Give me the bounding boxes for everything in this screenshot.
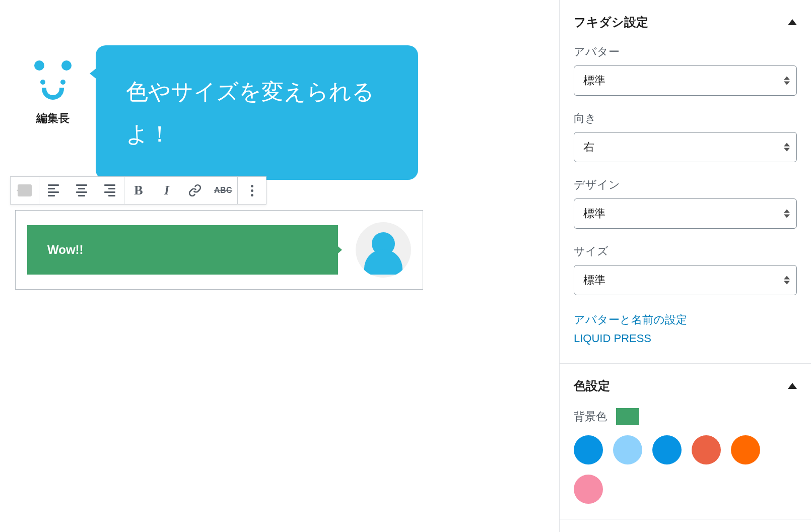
align-right-button[interactable] xyxy=(96,177,124,204)
speech-block-icon xyxy=(18,184,32,196)
liquid-press-link[interactable]: LIQUID PRESS xyxy=(574,329,797,348)
link-button[interactable] xyxy=(181,177,209,204)
italic-icon: I xyxy=(164,183,169,198)
editor-canvas: 編集長 色やサイズを変えられるよ！ xyxy=(0,0,559,532)
bear-avatar-icon xyxy=(30,60,76,101)
speech-bubble-block-1: 編集長 色やサイズを変えられるよ！ xyxy=(30,45,544,180)
color-option-orange[interactable] xyxy=(731,435,760,464)
avatar-settings-link[interactable]: アバターと名前の設定 xyxy=(574,310,797,329)
strikethrough-icon: ABC xyxy=(214,186,232,195)
more-icon xyxy=(251,185,253,196)
avatar-right xyxy=(356,222,411,278)
color-option-red[interactable] xyxy=(692,435,721,464)
chevron-up-icon xyxy=(788,383,797,389)
align-right-icon xyxy=(104,184,115,196)
align-left-button[interactable] xyxy=(39,177,67,204)
panel-title: 色設定 xyxy=(574,378,610,394)
block-type-button[interactable] xyxy=(11,177,39,204)
size-select[interactable]: 標準 xyxy=(574,265,797,295)
design-label: デザイン xyxy=(574,177,797,192)
color-option-blue2[interactable] xyxy=(652,435,682,464)
background-color-label: 背景色 xyxy=(574,409,607,424)
speech-bubble-block-2-selected[interactable]: Wow!! xyxy=(15,210,423,290)
size-label: サイズ xyxy=(574,244,797,259)
background-color-swatch xyxy=(616,408,639,425)
design-field: デザイン 標準 xyxy=(574,177,797,229)
bubble-settings-panel: フキダシ設定 アバター 標準 向き 右 デザイン xyxy=(560,0,811,364)
panel-title: フキダシ設定 xyxy=(574,14,648,30)
link-icon xyxy=(188,184,201,197)
bubble-settings-header[interactable]: フキダシ設定 xyxy=(574,0,797,44)
speech-bubble-green[interactable]: Wow!! xyxy=(27,225,338,275)
italic-button[interactable]: I xyxy=(153,177,181,204)
avatar-left: 編集長 xyxy=(30,60,76,126)
color-settings-header[interactable]: 色設定 xyxy=(574,364,797,408)
bold-icon: B xyxy=(134,183,143,198)
avatar-select[interactable]: 標準 xyxy=(574,65,797,96)
strikethrough-button[interactable]: ABC xyxy=(209,177,237,204)
avatar-name: 編集長 xyxy=(36,111,70,126)
avatar-field: アバター 標準 xyxy=(574,44,797,96)
design-select[interactable]: 標準 xyxy=(574,198,797,229)
direction-field: 向き 右 xyxy=(574,111,797,162)
size-field: サイズ 標準 xyxy=(574,244,797,295)
bold-button[interactable]: B xyxy=(124,177,153,204)
speech-bubble-blue[interactable]: 色やサイズを変えられるよ！ xyxy=(96,45,418,180)
color-option-lightblue[interactable] xyxy=(613,435,642,464)
align-left-icon xyxy=(48,184,59,196)
more-options-button[interactable] xyxy=(238,177,266,204)
color-palette xyxy=(574,435,797,504)
avatar-label: アバター xyxy=(574,44,797,59)
color-settings-panel: 色設定 背景色 xyxy=(560,364,811,519)
color-option-blue[interactable] xyxy=(574,435,603,464)
direction-label: 向き xyxy=(574,111,797,126)
block-toolbar: B I ABC xyxy=(10,176,266,205)
align-center-button[interactable] xyxy=(67,177,96,204)
direction-select[interactable]: 右 xyxy=(574,132,797,162)
settings-sidebar: フキダシ設定 アバター 標準 向き 右 デザイン xyxy=(559,0,811,532)
align-center-icon xyxy=(76,184,87,196)
chevron-up-icon xyxy=(788,19,797,25)
color-option-pink[interactable] xyxy=(574,475,603,504)
